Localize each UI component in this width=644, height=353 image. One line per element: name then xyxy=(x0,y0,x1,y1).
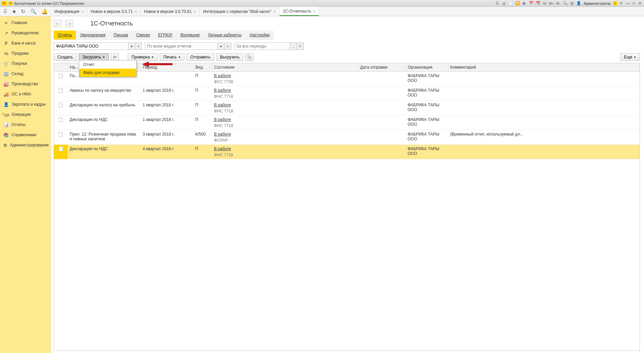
attach-button[interactable]: 📎 xyxy=(245,53,253,61)
close-icon[interactable]: × xyxy=(313,9,315,13)
sidebar-item[interactable]: 🚚ОС и НМА xyxy=(0,89,51,99)
memory-mplus[interactable]: M+ xyxy=(549,1,555,6)
close-icon[interactable]: × xyxy=(135,10,137,14)
star-icon[interactable]: ★ xyxy=(12,8,16,15)
state-link[interactable]: В работе xyxy=(214,73,356,78)
sidebar-item[interactable]: ≡Главное xyxy=(0,18,51,28)
cell-date xyxy=(358,130,406,145)
subnav-item[interactable]: Отчеты xyxy=(54,31,76,39)
kind-clear-button[interactable]: × xyxy=(225,42,231,50)
subnav-item[interactable]: Входящие xyxy=(176,31,204,39)
close-icon[interactable]: ✕ xyxy=(637,1,643,6)
sidebar-item[interactable]: 📚Справочники xyxy=(0,130,51,140)
close-icon[interactable]: × xyxy=(194,10,196,14)
state-link[interactable]: В работе xyxy=(214,88,356,93)
sidebar-item[interactable]: ᴬдᴋОперации xyxy=(0,109,51,120)
compare-icon[interactable]: 🔀 xyxy=(515,1,521,6)
table-row[interactable]: Авансы по налогу на имущество1 квартал 2… xyxy=(54,86,640,101)
create-button[interactable]: Создать xyxy=(54,53,77,61)
sidebar-item[interactable]: ₽Банк и касса xyxy=(0,38,51,48)
subnav-item[interactable]: Уведомления xyxy=(76,31,109,39)
state-link[interactable]: В работе xyxy=(214,103,356,107)
search-icon[interactable]: 🔍 xyxy=(562,1,568,6)
calc-icon[interactable]: 🖩 xyxy=(521,1,527,6)
tab[interactable]: Интеграция с сервисом "Мой налог"× xyxy=(200,7,280,16)
close-icon[interactable]: × xyxy=(273,10,275,14)
load-button[interactable]: Загрузить▼ xyxy=(79,53,109,61)
period-more-button[interactable]: … xyxy=(290,42,297,50)
check-button[interactable]: Проверка▼ xyxy=(128,53,158,61)
print-button[interactable]: Печать▼ xyxy=(160,53,184,61)
sidebar-item[interactable]: 🛒Покупки xyxy=(0,58,51,69)
col-vid[interactable]: Вид↓ xyxy=(193,63,212,72)
print-icon[interactable]: 🖨 xyxy=(501,1,507,6)
subnav-item[interactable]: Личные кабинеты xyxy=(204,31,246,39)
refresh-button[interactable]: ⟳ xyxy=(111,53,119,61)
table-row[interactable]: Декларация по налогу на прибыль1 квартал… xyxy=(54,101,640,116)
subnav-item[interactable]: Сверки xyxy=(132,31,154,39)
toolbar-icon[interactable]: ☰ xyxy=(494,1,500,6)
minimize-icon[interactable]: — xyxy=(625,1,630,6)
dropdown-circle-icon[interactable]: ▾ xyxy=(8,1,13,6)
dropdown-item-file[interactable]: Файл для отправки xyxy=(79,69,136,77)
period-clear-button[interactable]: × xyxy=(297,42,304,50)
cell-period: 4 квартал 2018 г. xyxy=(141,145,193,159)
tab[interactable]: Новое в версии 3.0.70.61× xyxy=(141,7,200,16)
more-button[interactable]: Еще▼ xyxy=(620,53,640,61)
unload-button[interactable]: Выгрузить xyxy=(216,53,244,61)
subnav-item[interactable]: Письма xyxy=(110,31,132,39)
table-row[interactable]: Декларация по НДС4 квартал 2018 г.ПВ раб… xyxy=(54,145,640,159)
state-link[interactable]: В работе xyxy=(214,132,356,137)
memory-m[interactable]: M xyxy=(542,1,548,6)
sidebar-item[interactable]: 🏢Склад xyxy=(0,69,51,79)
bell-icon[interactable]: 🔔 xyxy=(41,8,48,15)
table-row[interactable]: Прил. 12: Розничная продажа пива и пивны… xyxy=(54,130,640,145)
send-button[interactable]: Отправить xyxy=(186,53,214,61)
table-row[interactable]: По...ПВ работеФСС 7738ФАБРИКА ТАРЫ ООО xyxy=(54,72,640,86)
close-icon[interactable]: × xyxy=(81,10,83,14)
col-org[interactable]: Организация xyxy=(406,63,448,72)
col-state[interactable]: Состояние xyxy=(212,63,358,72)
kind-filter-input[interactable] xyxy=(145,42,218,50)
sidebar-item[interactable]: 👤Зарплата и кадры xyxy=(0,99,51,109)
kind-dropdown-button[interactable]: ▾ xyxy=(218,42,225,50)
nav-back-button[interactable]: ← xyxy=(54,20,62,27)
logo-1c-icon: 1c xyxy=(1,1,7,6)
col-date[interactable]: Дата отправки xyxy=(358,63,406,72)
sidebar-item[interactable]: ↗Руководителю xyxy=(0,28,51,38)
org-clear-button[interactable]: × xyxy=(135,42,142,50)
sidebar-item[interactable]: 📊Отчеты xyxy=(0,120,51,130)
state-link[interactable]: В работе xyxy=(214,146,356,151)
period-filter-input[interactable] xyxy=(234,42,290,50)
info-drop-icon[interactable]: ▾ xyxy=(618,1,624,6)
sidebar-item[interactable]: ✿Администрирование xyxy=(0,140,51,150)
dropdown-item-report[interactable]: Отчет xyxy=(79,60,136,69)
subnav-item[interactable]: Настройки xyxy=(246,31,274,39)
tab[interactable]: 1С-Отчетность× xyxy=(280,7,319,16)
tab[interactable]: Информация× xyxy=(51,7,87,16)
state-link[interactable]: В работе xyxy=(214,117,356,122)
subnav-item[interactable]: ЕГРЮЛ xyxy=(154,31,176,39)
sidebar-item[interactable]: 🛍Продажи xyxy=(0,48,51,58)
col-comment[interactable]: Комментарий xyxy=(448,63,640,72)
calendar-icon[interactable]: 📅 xyxy=(528,1,534,6)
org-filter-input[interactable] xyxy=(54,42,128,50)
tab[interactable]: Новое в версии 3.0.71× xyxy=(87,7,141,16)
sidebar-item[interactable]: 🏭Производство xyxy=(0,79,51,89)
col-icon[interactable] xyxy=(54,63,68,72)
panel-icon[interactable]: ▥ xyxy=(569,1,575,6)
cell-period: 1 квартал 2018 г. xyxy=(141,116,193,130)
reports-table[interactable]: На...↓ Период Вид↓ Состояние Дата отправ… xyxy=(54,63,640,351)
maximize-icon[interactable]: □ xyxy=(631,1,637,6)
nav-forward-button[interactable]: → xyxy=(65,20,73,27)
org-dropdown-button[interactable]: ▾ xyxy=(128,42,135,50)
search-toolbar-icon[interactable]: 🔍 xyxy=(30,8,37,15)
memory-mminus[interactable]: M- xyxy=(555,1,561,6)
date-icon[interactable]: 📆 xyxy=(535,1,541,6)
apps-icon[interactable]: ⠿ xyxy=(3,8,7,15)
user-label[interactable]: Администратор xyxy=(583,1,612,5)
history-icon[interactable]: ↻ xyxy=(21,8,25,15)
info-icon[interactable]: i xyxy=(613,1,618,6)
table-row[interactable]: Декларация по НДС1 квартал 2018 г.ПВ раб… xyxy=(54,116,640,130)
document-icon[interactable]: 📄 xyxy=(508,1,514,6)
